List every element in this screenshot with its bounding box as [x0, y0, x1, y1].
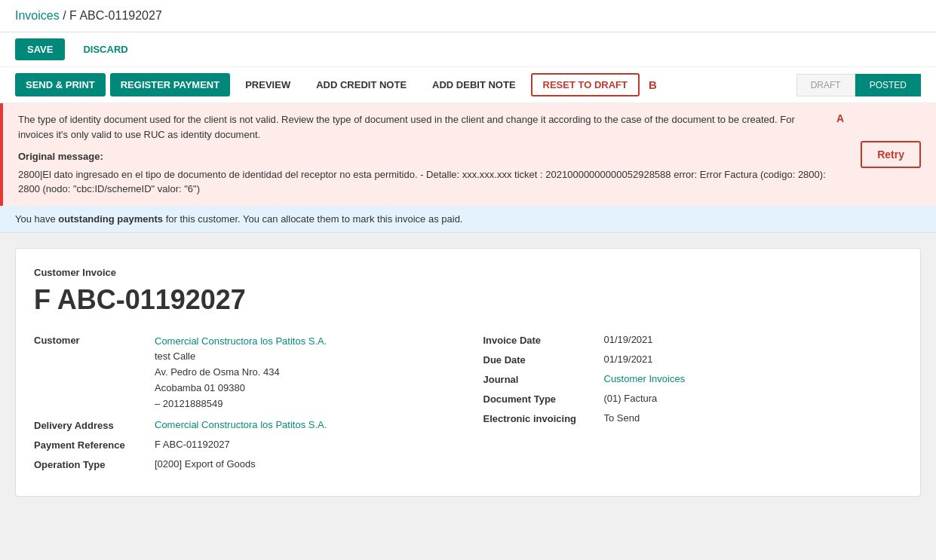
customer-address-line2: Av. Pedro de Osma Nro. 434	[155, 366, 280, 378]
electronic-invoicing-value: To Send	[604, 412, 903, 424]
customer-address-block: Comercial Constructora los Patitos S.A. …	[155, 334, 453, 412]
breadcrumb-separator: /	[63, 9, 69, 22]
invoice-type-label: Customer Invoice	[34, 267, 902, 278]
operation-type-label: Operation Type	[34, 458, 155, 470]
status-indicator: DRAFT POSTED	[796, 74, 921, 96]
info-text-before: You have	[15, 213, 58, 225]
due-date-row: Due Date 01/19/2021	[483, 353, 903, 366]
info-text-after: for this customer. You can allocate them…	[163, 213, 462, 225]
action-bar-1: SAVE DISCARD	[0, 32, 936, 67]
due-date-value: 01/19/2021	[604, 353, 903, 365]
customer-address-line4: – 20121888549	[155, 398, 222, 409]
invoice-right: Invoice Date 01/19/2021 Due Date 01/19/2…	[483, 334, 903, 479]
alert-label-a: A	[836, 112, 844, 124]
document-type-label: Document Type	[483, 393, 604, 405]
reset-to-draft-button[interactable]: RESET TO DRAFT	[531, 73, 640, 96]
status-posted: POSTED	[855, 74, 921, 96]
delivery-address-link[interactable]: Comercial Constructora los Patitos S.A.	[155, 419, 327, 430]
add-debit-note-button[interactable]: ADD DEBIT NOTE	[422, 73, 526, 96]
operation-type-value: [0200] Export of Goods	[155, 458, 453, 470]
journal-link[interactable]: Customer Invoices	[604, 373, 686, 384]
electronic-invoicing-label: Electronic invoicing	[483, 412, 604, 424]
customer-value: Comercial Constructora los Patitos S.A. …	[155, 334, 453, 412]
info-text-bold: outstanding payments	[58, 213, 163, 225]
delivery-address-row: Delivery Address Comercial Constructora …	[34, 419, 453, 431]
payment-reference-label: Payment Reference	[34, 439, 155, 451]
breadcrumb-current: F ABC-01192027	[69, 9, 162, 22]
invoice-card: Customer Invoice F ABC-01192027 Customer…	[15, 248, 921, 497]
register-payment-button[interactable]: REGISTER PAYMENT	[110, 73, 230, 96]
original-message-block: Original message: 2800|El dato ingresado…	[18, 149, 827, 197]
retry-button[interactable]: Retry	[861, 141, 921, 168]
action-bar-2: SEND & PRINT REGISTER PAYMENT PREVIEW AD…	[0, 67, 936, 103]
info-alert: You have outstanding payments for this c…	[0, 206, 936, 233]
top-bar: Invoices / F ABC-01192027	[0, 0, 936, 32]
payment-reference-value: F ABC-01192027	[155, 439, 453, 450]
error-alert: The type of identity document used for t…	[0, 103, 936, 206]
customer-address-line1: test Calle	[155, 350, 195, 362]
delivery-address-label: Delivery Address	[34, 419, 155, 431]
save-button[interactable]: SAVE	[15, 38, 65, 60]
original-message-label: Original message:	[18, 149, 827, 164]
invoice-left: Customer Comercial Constructora los Pati…	[34, 334, 453, 479]
preview-button[interactable]: PREVIEW	[235, 73, 301, 96]
status-draft: DRAFT	[796, 74, 855, 96]
document-type-value: (01) Factura	[604, 393, 903, 404]
main-content: Customer Invoice F ABC-01192027 Customer…	[0, 233, 936, 513]
customer-row: Customer Comercial Constructora los Pati…	[34, 334, 453, 412]
add-credit-note-button[interactable]: ADD CREDIT NOTE	[305, 73, 417, 96]
invoice-number: F ABC-01192027	[34, 284, 902, 316]
breadcrumb-parent[interactable]: Invoices	[15, 9, 60, 22]
journal-label: Journal	[483, 373, 604, 385]
customer-name-link[interactable]: Comercial Constructora los Patitos S.A.	[155, 335, 327, 347]
customer-address-line3: Acobamba 01 09380	[155, 382, 245, 393]
payment-reference-row: Payment Reference F ABC-01192027	[34, 439, 453, 451]
discard-button[interactable]: DISCARD	[71, 38, 140, 60]
operation-type-row: Operation Type [0200] Export of Goods	[34, 458, 453, 470]
error-main-text: The type of identity document used for t…	[18, 114, 795, 140]
original-message-text: 2800|El dato ingresado en el tipo de doc…	[18, 169, 826, 195]
delivery-address-value: Comercial Constructora los Patitos S.A.	[155, 419, 453, 430]
document-type-row: Document Type (01) Factura	[483, 393, 903, 405]
electronic-invoicing-row: Electronic invoicing To Send	[483, 412, 903, 424]
invoice-date-value: 01/19/2021	[604, 334, 903, 345]
breadcrumb: Invoices / F ABC-01192027	[15, 9, 921, 23]
customer-label: Customer	[34, 334, 155, 346]
error-message-block: The type of identity document used for t…	[18, 112, 827, 197]
journal-row: Journal Customer Invoices	[483, 373, 903, 385]
invoice-details: Customer Comercial Constructora los Pati…	[34, 334, 902, 479]
due-date-label: Due Date	[483, 353, 604, 366]
status-badge-b: B	[649, 78, 657, 91]
invoice-date-row: Invoice Date 01/19/2021	[483, 334, 903, 346]
journal-value: Customer Invoices	[604, 373, 903, 384]
send-print-button[interactable]: SEND & PRINT	[15, 73, 106, 96]
invoice-date-label: Invoice Date	[483, 334, 604, 346]
